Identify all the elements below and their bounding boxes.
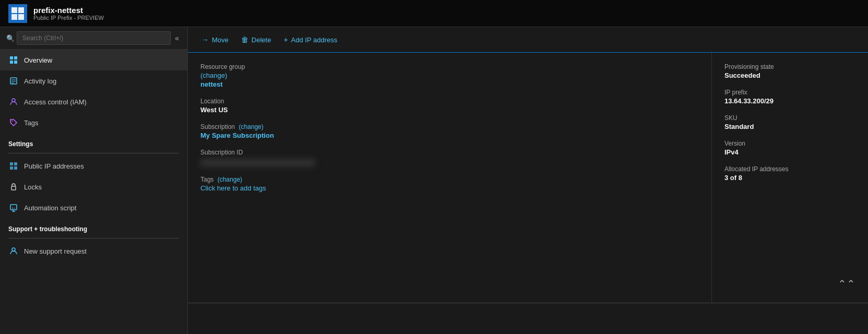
provisioning-state-value: Succeeded xyxy=(724,71,855,79)
svg-rect-19 xyxy=(10,205,17,210)
provisioning-state-row: Provisioning state Succeeded xyxy=(724,63,855,79)
tags-label: Tags (change) xyxy=(200,176,699,183)
toolbar: → Move 🗑 Delete + Add IP address xyxy=(188,27,868,53)
location-value: West US xyxy=(200,106,699,114)
support-divider xyxy=(8,238,179,238)
sidebar-item-label: Tags xyxy=(24,119,38,127)
sidebar-item-label: New support request xyxy=(24,247,87,255)
header-title: prefix-nettest Public IP Prefix - PREVIE… xyxy=(33,6,104,21)
location-row: Location West US xyxy=(200,98,699,114)
sidebar-item-label: Activity log xyxy=(24,77,56,85)
subscription-label: Subscription (change) xyxy=(200,123,699,130)
move-icon: → xyxy=(201,35,209,44)
allocated-ip-row: Allocated IP addresses 3 of 8 xyxy=(724,165,855,182)
automation-icon xyxy=(8,202,19,213)
svg-rect-18 xyxy=(11,186,16,190)
svg-rect-17 xyxy=(14,166,17,170)
resource-group-nettest-link[interactable]: nettest xyxy=(200,80,223,88)
move-button[interactable]: → Move xyxy=(196,32,234,47)
sidebar-item-access-control[interactable]: Access control (IAM) xyxy=(0,91,187,112)
support-icon xyxy=(8,246,19,256)
settings-section-label: Settings xyxy=(0,133,187,151)
detail-right-panel: Provisioning state Succeeded IP prefix 1… xyxy=(711,53,868,303)
resource-group-label: Resource group xyxy=(200,63,699,70)
overview-icon xyxy=(8,55,19,65)
svg-rect-2 xyxy=(11,14,17,20)
sku-value: Standard xyxy=(724,123,855,130)
version-value: IPv4 xyxy=(724,148,855,156)
sidebar-item-label: Automation script xyxy=(24,204,76,212)
sidebar: 🔍 « Overview xyxy=(0,27,188,334)
chevron-up-button[interactable]: ⌃⌃ xyxy=(838,278,855,290)
sidebar-item-overview[interactable]: Overview xyxy=(0,50,187,70)
add-tags-link[interactable]: Click here to add tags xyxy=(200,184,699,192)
sidebar-search-row: 🔍 « xyxy=(0,27,187,50)
subscription-id-label: Subscription ID xyxy=(200,149,699,156)
activity-log-icon xyxy=(8,76,19,86)
detail-main: Resource group (change) nettest Location… xyxy=(188,53,711,303)
resource-group-value: nettest xyxy=(200,80,699,88)
add-ip-button[interactable]: + Add IP address xyxy=(278,32,342,47)
svg-point-13 xyxy=(11,121,13,122)
sidebar-item-locks[interactable]: Locks xyxy=(0,176,187,197)
body-layout: 🔍 « Overview xyxy=(0,27,868,334)
sidebar-item-activity-log[interactable]: Activity log xyxy=(0,70,187,91)
allocated-ip-label: Allocated IP addresses xyxy=(724,165,855,173)
search-input[interactable] xyxy=(17,31,171,45)
app-icon xyxy=(8,4,27,23)
collapse-sidebar-button[interactable]: « xyxy=(173,32,181,44)
svg-rect-16 xyxy=(10,166,13,170)
svg-rect-7 xyxy=(14,61,17,64)
location-label: Location xyxy=(200,98,699,105)
resource-name: prefix-nettest xyxy=(33,6,104,15)
svg-rect-4 xyxy=(10,56,13,59)
subscription-id-blurred xyxy=(200,159,315,166)
provisioning-state-label: Provisioning state xyxy=(724,63,855,70)
resource-type: Public IP Prefix - PREVIEW xyxy=(33,15,104,21)
search-icon: 🔍 xyxy=(6,34,15,42)
svg-rect-5 xyxy=(14,56,17,59)
sidebar-item-automation-script[interactable]: Automation script xyxy=(0,197,187,218)
ip-prefix-row: IP prefix 13.64.33.200/29 xyxy=(724,89,855,105)
sidebar-item-new-support-request[interactable]: New support request xyxy=(0,241,187,261)
settings-divider xyxy=(8,153,179,153)
subscription-value: My Spare Subscription xyxy=(200,132,699,139)
sku-label: SKU xyxy=(724,114,855,122)
sku-row: SKU Standard xyxy=(724,114,855,130)
locks-icon xyxy=(8,182,19,192)
resource-group-row: Resource group (change) nettest xyxy=(200,63,699,88)
allocated-ip-value: 3 of 8 xyxy=(724,174,855,182)
subscription-name-link[interactable]: My Spare Subscription xyxy=(200,132,274,139)
add-icon: + xyxy=(283,35,288,44)
svg-rect-0 xyxy=(11,7,17,13)
iam-icon xyxy=(8,97,19,107)
version-label: Version xyxy=(724,140,855,147)
sidebar-item-label: Access control (IAM) xyxy=(24,98,87,106)
sidebar-item-label: Public IP addresses xyxy=(24,162,84,170)
bottom-section xyxy=(188,303,868,334)
public-ip-icon xyxy=(8,161,19,171)
tags-icon xyxy=(8,117,19,128)
header: prefix-nettest Public IP Prefix - PREVIE… xyxy=(0,0,868,27)
subscription-id-row: Subscription ID xyxy=(200,149,699,166)
resource-group-change-link[interactable]: (change) xyxy=(200,71,227,79)
sidebar-item-public-ip-addresses[interactable]: Public IP addresses xyxy=(0,156,187,176)
main-content: → Move 🗑 Delete + Add IP address Resourc… xyxy=(188,27,868,334)
delete-button[interactable]: 🗑 Delete xyxy=(236,32,277,47)
ip-prefix-value: 13.64.33.200/29 xyxy=(724,97,855,105)
detail-area: Resource group (change) nettest Location… xyxy=(188,53,868,303)
svg-rect-15 xyxy=(14,162,17,165)
svg-point-21 xyxy=(12,248,15,251)
ip-prefix-label: IP prefix xyxy=(724,89,855,96)
tags-change-link[interactable]: (change) xyxy=(218,176,242,183)
subscription-change-link[interactable]: (change) xyxy=(239,123,263,130)
svg-rect-6 xyxy=(10,61,13,64)
svg-rect-3 xyxy=(18,14,24,20)
svg-rect-1 xyxy=(18,7,24,13)
sidebar-item-tags[interactable]: Tags xyxy=(0,112,187,133)
version-row: Version IPv4 xyxy=(724,140,855,156)
svg-rect-14 xyxy=(10,162,13,165)
subscription-row: Subscription (change) My Spare Subscript… xyxy=(200,123,699,139)
svg-point-12 xyxy=(12,99,15,102)
sidebar-item-label: Locks xyxy=(24,183,42,191)
